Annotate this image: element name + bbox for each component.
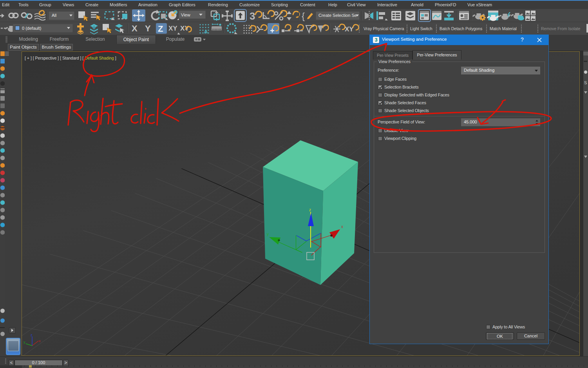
svg-text:3: 3 (250, 10, 255, 22)
svg-text:All: All (52, 13, 56, 18)
svg-text:XY: XY (180, 25, 189, 32)
svg-text:Batch Detach Polygons: Batch Detach Polygons (440, 26, 482, 31)
svg-text:x: x (39, 339, 41, 343)
svg-text:Create Selection Se: Create Selection Se (318, 13, 357, 18)
svg-text:X: X (132, 24, 138, 33)
svg-text:A: A (204, 29, 208, 34)
svg-text:Match Material: Match Material (490, 26, 517, 31)
svg-text:Y: Y (145, 24, 151, 33)
svg-text:[ + ] [ Perspective ] [ Standa: [ + ] [ Perspective ] [ Standard ] [ Def… (25, 56, 116, 60)
svg-text:Vray Physical Camera: Vray Physical Camera (364, 26, 404, 31)
svg-text:z: z (31, 333, 33, 337)
svg-text:Light Switch: Light Switch (410, 26, 432, 31)
svg-text:x: x (341, 225, 343, 229)
svg-text:Z: Z (158, 24, 163, 34)
svg-text:XY: XY (345, 25, 354, 33)
svg-text:XY: XY (168, 25, 177, 32)
svg-text:y: y (267, 232, 269, 236)
svg-text:Remove From Isolate: Remove From Isolate (541, 26, 581, 31)
svg-text:0 (default): 0 (default) (22, 26, 42, 31)
svg-text:y: y (24, 340, 25, 344)
svg-text:z: z (309, 208, 311, 212)
svg-text:{: { (302, 11, 305, 21)
svg-text:View: View (181, 13, 190, 17)
